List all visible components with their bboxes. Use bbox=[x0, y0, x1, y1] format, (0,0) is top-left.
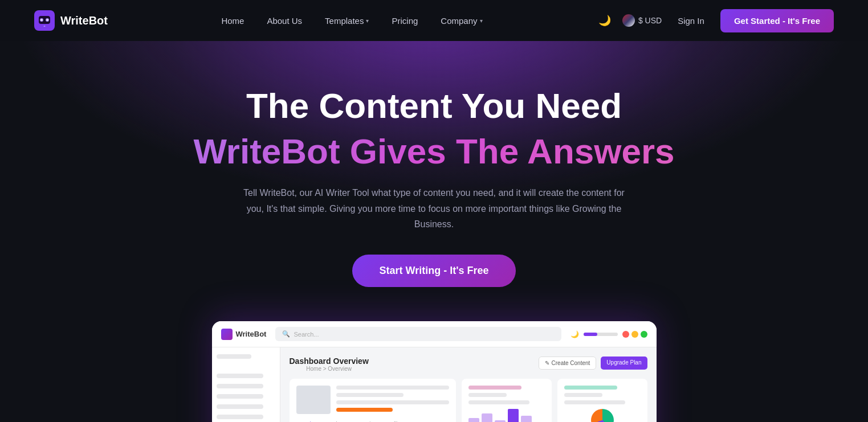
dark-mode-toggle[interactable]: 🌙 bbox=[596, 12, 613, 29]
svg-rect-7 bbox=[44, 26, 46, 27]
dash-search-placeholder: Search... bbox=[294, 331, 319, 338]
dash-logo: WriteBot bbox=[221, 329, 267, 340]
header: WriteBot Home About Us Templates ▾ Prici… bbox=[0, 0, 868, 41]
dash-sidebar-item bbox=[217, 374, 263, 378]
company-chevron-icon: ▾ bbox=[480, 18, 483, 24]
dash-progress-bar bbox=[336, 408, 393, 412]
logo-area[interactable]: WriteBot bbox=[34, 10, 108, 31]
dash-sidebar-item bbox=[217, 394, 263, 399]
start-writing-button[interactable]: Start Writing - It's Free bbox=[352, 255, 516, 287]
dash-search-bar: 🔍 Search... bbox=[275, 327, 561, 341]
hero-section: The Content You Need WriteBot Gives The … bbox=[0, 41, 868, 422]
dash-logo-text: WriteBot bbox=[236, 330, 267, 338]
dash-topbar-right: 🌙 bbox=[570, 330, 647, 338]
dash-sidebar-item bbox=[217, 415, 263, 419]
dash-breadcrumb: Home > Overview bbox=[290, 366, 369, 372]
dash-moon-icon: 🌙 bbox=[570, 330, 579, 338]
search-icon: 🔍 bbox=[282, 330, 290, 338]
svg-point-5 bbox=[47, 19, 48, 21]
dash-small-line bbox=[564, 386, 618, 390]
window-close-icon bbox=[622, 331, 629, 338]
dash-main-card: Overview My Plan Transactions Profile bbox=[290, 379, 456, 422]
language-selector[interactable]: $ USD bbox=[622, 14, 662, 27]
templates-chevron-icon: ▾ bbox=[366, 18, 369, 24]
flag-icon bbox=[622, 14, 635, 27]
dash-line bbox=[336, 400, 449, 404]
dash-small-line bbox=[564, 393, 602, 397]
dash-small-line bbox=[468, 386, 522, 390]
dash-create-content-btn: ✎ Create Content bbox=[539, 357, 597, 370]
dash-small-line bbox=[468, 393, 507, 397]
dash-title-area: Dashboard Overview Home > Overview bbox=[290, 357, 369, 372]
get-started-button[interactable]: Get Started - It's Free bbox=[720, 9, 834, 32]
nav-about[interactable]: About Us bbox=[258, 11, 311, 30]
dash-card-content bbox=[336, 386, 449, 415]
header-right: 🌙 $ USD Sign In Get Started - It's Free bbox=[596, 9, 834, 32]
nav-pricing[interactable]: Pricing bbox=[382, 11, 427, 30]
nav-templates[interactable]: Templates ▾ bbox=[316, 11, 378, 30]
dash-topbar: WriteBot 🔍 Search... 🌙 bbox=[212, 321, 657, 347]
dash-small-line bbox=[564, 400, 625, 404]
hero-description: Tell WriteBot, our AI Writer Tool what t… bbox=[235, 185, 634, 232]
dash-sidebar-item bbox=[217, 404, 263, 409]
window-maximize-icon bbox=[641, 331, 647, 338]
writebot-logo-icon bbox=[34, 10, 55, 31]
logo-text: WriteBot bbox=[60, 14, 108, 27]
dash-small-line bbox=[468, 400, 529, 404]
hero-title-line2: WriteBot Gives The Answers bbox=[178, 131, 691, 171]
dashboard-preview: WriteBot 🔍 Search... 🌙 bbox=[212, 321, 657, 422]
create-icon: ✎ bbox=[545, 360, 549, 366]
hero-title-line1: The Content You Need bbox=[178, 87, 691, 125]
window-minimize-icon bbox=[631, 331, 638, 338]
dash-line bbox=[336, 393, 404, 397]
dash-cards-row: Overview My Plan Transactions Profile bbox=[290, 379, 647, 422]
nav-home[interactable]: Home bbox=[212, 11, 253, 30]
dash-upgrade-plan-btn: Upgrade Plan bbox=[601, 357, 647, 370]
svg-rect-6 bbox=[43, 24, 46, 26]
dash-small-card-1 bbox=[462, 379, 552, 422]
dash-title: Dashboard Overview bbox=[290, 357, 369, 366]
dash-card-thumbnail bbox=[296, 386, 331, 414]
nav-company[interactable]: Company ▾ bbox=[431, 11, 491, 30]
dash-small-card-2 bbox=[557, 379, 647, 422]
currency-label: $ USD bbox=[638, 16, 662, 25]
dashboard-frame: WriteBot 🔍 Search... 🌙 bbox=[212, 321, 657, 422]
dash-sidebar-item bbox=[217, 384, 263, 388]
main-nav: Home About Us Templates ▾ Pricing Compan… bbox=[212, 11, 491, 30]
dash-sidebar-item bbox=[217, 354, 252, 359]
hero-content: The Content You Need WriteBot Gives The … bbox=[178, 87, 691, 422]
dash-main-content: Dashboard Overview Home > Overview ✎ Cre… bbox=[280, 347, 657, 422]
dash-pie-chart bbox=[591, 409, 614, 422]
dash-body: Dashboard Overview Home > Overview ✎ Cre… bbox=[212, 347, 657, 422]
sign-in-button[interactable]: Sign In bbox=[671, 11, 711, 30]
svg-point-4 bbox=[41, 19, 43, 21]
dash-bar-chart bbox=[468, 409, 545, 422]
dash-sidebar bbox=[212, 347, 280, 422]
dash-main-header: Dashboard Overview Home > Overview ✎ Cre… bbox=[290, 357, 647, 372]
dash-line bbox=[336, 386, 449, 390]
dash-actions: ✎ Create Content Upgrade Plan bbox=[539, 357, 647, 370]
dash-logo-icon bbox=[221, 329, 233, 340]
